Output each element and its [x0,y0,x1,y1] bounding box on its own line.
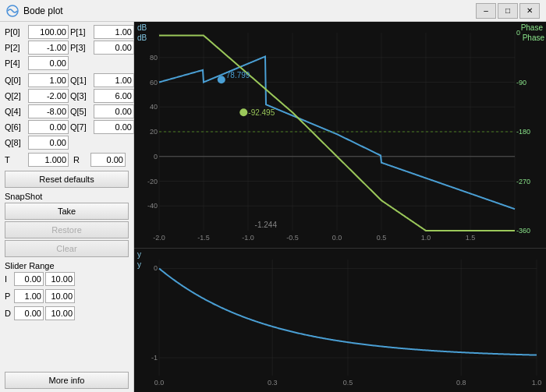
q6-label: Q[6] [5,122,27,132]
q5-label: Q[5] [70,107,92,116]
d-slider-range-row: D [5,306,129,320]
q8-input[interactable] [28,136,69,150]
q0-input[interactable] [28,73,69,87]
d-max-input[interactable] [45,306,75,320]
q2-label: Q[2] [5,91,27,101]
p-min-input[interactable] [14,289,44,303]
p1-row: P[1] [70,25,134,39]
q4-row: Q[4] [5,104,69,118]
p4-label: P[4] [5,58,27,68]
p-max-input[interactable] [45,289,75,303]
step-plot-area: y [134,249,546,392]
q5-input[interactable] [94,104,134,118]
maximize-button[interactable]: □ [498,3,518,19]
p2-label: P[2] [5,43,27,52]
q1-input[interactable] [94,73,134,87]
p1-label: P[1] [70,27,92,37]
app-icon [6,5,19,17]
main-content: P[0] P[1] P[2] P[3] P[4] [0,22,546,392]
i-min-input[interactable] [14,272,44,286]
q6-row: Q[6] [5,120,69,134]
tr-row: T R [5,153,129,167]
y-label: y [137,250,141,259]
left-panel: P[0] P[1] P[2] P[3] P[4] [0,22,134,392]
p-slider-label: P [5,291,12,301]
q0-row: Q[0] [5,73,69,87]
p0-row: P[0] [5,25,69,39]
r-label: R [73,155,86,164]
q5-row: Q[5] [70,104,134,118]
t-input[interactable] [28,153,69,167]
q6-input[interactable] [28,120,69,134]
bode-plot-area: dB Phase [134,22,546,249]
q3-input[interactable] [94,89,134,103]
q1-row: Q[1] [70,73,134,87]
p0-input[interactable] [28,25,69,39]
step-canvas [134,249,546,392]
minimize-button[interactable]: – [476,3,496,19]
i-slider-range-row: I [5,272,129,286]
snapshot-label: SnapShot [5,192,129,201]
q4-label: Q[4] [5,107,27,116]
q7-input[interactable] [94,120,134,134]
window-controls: – □ ✕ [476,3,540,19]
p-slider-range-row: P [5,289,129,303]
close-button[interactable]: ✕ [519,3,540,19]
p2-row: P[2] [5,41,69,55]
p-params-grid: P[0] P[1] P[2] P[3] P[4] [5,25,129,70]
q8-row: Q[8] [5,136,69,150]
r-input[interactable] [90,153,126,167]
i-max-input[interactable] [45,272,75,286]
p2-input[interactable] [28,41,69,55]
q2-input[interactable] [28,89,69,103]
t-label: T [5,155,23,164]
q3-label: Q[3] [70,91,92,101]
d-slider-label: D [5,309,12,318]
q0-label: Q[0] [5,76,27,85]
take-button[interactable]: Take [5,203,129,220]
window-title: Bode plot [23,5,476,16]
p3-row: P[3] [70,41,134,55]
bode-canvas [134,22,546,248]
i-slider-label: I [5,274,12,284]
q-params-grid: Q[0] Q[1] Q[2] Q[3] Q[4] Q[5] [5,73,129,150]
q3-row: Q[3] [70,89,134,103]
p1-input[interactable] [94,25,134,39]
right-panel: dB Phase y I 1.00 P [134,22,546,392]
more-info-button[interactable]: More info [5,372,129,389]
reset-defaults-button[interactable]: Reset defaults [5,171,129,188]
q7-row: Q[7] [70,120,134,134]
d-min-input[interactable] [14,306,44,320]
q7-label: Q[7] [70,122,92,132]
p3-input[interactable] [94,41,134,55]
restore-button: Restore [5,221,129,238]
clear-button: Clear [5,240,129,257]
p0-label: P[0] [5,27,27,37]
db-label: dB [137,23,147,32]
q4-input[interactable] [28,104,69,118]
q8-label: Q[8] [5,138,27,147]
q1-label: Q[1] [70,76,92,85]
title-bar: Bode plot – □ ✕ [0,0,546,22]
p4-input[interactable] [28,56,69,70]
p4-row: P[4] [5,56,69,70]
phase-label: Phase [521,23,543,32]
p3-label: P[3] [70,43,92,52]
slider-range-label: Slider Range [5,261,129,270]
q2-row: Q[2] [5,89,69,103]
